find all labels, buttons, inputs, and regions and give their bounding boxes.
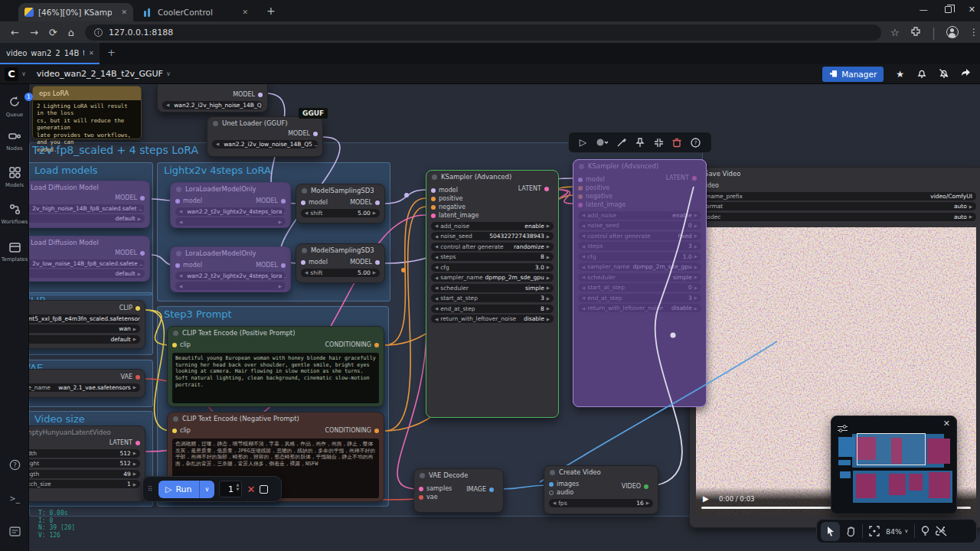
widget-add_noise[interactable]: ◀add_noiseenable▶: [578, 211, 701, 220]
input-positive[interactable]: positive: [426, 194, 558, 203]
widget-decrement-icon[interactable]: ◀: [582, 285, 585, 290]
widget-increment-icon[interactable]: ▶: [694, 306, 697, 311]
execute-node-icon[interactable]: ▷: [580, 137, 586, 148]
widget-increment-icon[interactable]: ▶: [547, 306, 550, 311]
widget-value[interactable]: ◀wan2.2_i2v_low_noise_14B_Q5 ...▶: [212, 140, 318, 148]
widget-increment-icon[interactable]: ▶: [694, 275, 697, 279]
workflow-tab[interactable]: video_wan2_2_14B_t... ✕: [0, 43, 100, 64]
url-text[interactable]: 127.0.0.1:8188: [109, 28, 173, 37]
widget-decrement-icon[interactable]: ◀: [582, 233, 585, 238]
widget-increment-icon[interactable]: ▶: [547, 276, 550, 280]
drag-handle-icon[interactable]: ⠿: [148, 487, 154, 491]
group-title[interactable]: Load models: [34, 165, 98, 176]
tab-close-icon[interactable]: ✕: [121, 8, 127, 16]
widget-increment-icon[interactable]: ▶: [133, 385, 136, 390]
output-model[interactable]: MODEL: [16, 194, 149, 202]
widget-codec[interactable]: ◀codecauto▶: [694, 213, 976, 221]
widget-filename_prefix[interactable]: filename_prefixvideo/ComfyUI: [694, 192, 976, 201]
widget-decrement-icon[interactable]: ◀: [305, 210, 308, 215]
logs-icon[interactable]: [0, 525, 29, 540]
node-header[interactable]: Unet Loader (GGUF): [207, 117, 322, 129]
collapse-dot[interactable]: [550, 470, 555, 475]
widget-decrement-icon[interactable]: ◀: [435, 244, 438, 249]
comfy-sidebar[interactable]: 1 Queue Nodes Models Workflows Templates…: [0, 84, 29, 551]
browser-tab-active[interactable]: [46%][0%] KSamplerA ✕: [18, 3, 133, 21]
widget-decrement-icon[interactable]: ◀: [435, 234, 438, 239]
widget-increment-icon[interactable]: ▶: [133, 482, 136, 487]
widget-increment-icon[interactable]: ▶: [138, 272, 141, 276]
toggle-links-icon[interactable]: [936, 526, 947, 536]
cancel-run-button[interactable]: ✕: [247, 484, 255, 495]
node-create-video[interactable]: Create Video VIDEO images audio ◀fps16▶: [544, 465, 658, 514]
new-workflow-button[interactable]: +: [107, 47, 116, 58]
output-video[interactable]: VIDEO: [617, 482, 653, 491]
widget-increment-icon[interactable]: ▶: [694, 285, 697, 290]
widget-increment-icon[interactable]: ▶: [373, 210, 376, 215]
new-tab-button[interactable]: +: [266, 5, 276, 17]
widget-decrement-icon[interactable]: ◀: [582, 223, 585, 228]
node-clip-text-encode-positive[interactable]: CLIP Text Encode (Positive Prompt) clip …: [167, 326, 384, 407]
widget-increment-icon[interactable]: ▶: [373, 270, 376, 275]
window-close-button[interactable]: ✕: [969, 5, 975, 15]
widget-scheduler[interactable]: ◀schedulersimple▶: [578, 273, 701, 282]
widget-decrement-icon[interactable]: ◀: [435, 265, 438, 269]
widget-add_noise[interactable]: ◀add_noiseenable▶: [431, 222, 554, 230]
widget-noise_seed[interactable]: ◀noise_seed504322727438943▶: [431, 232, 554, 240]
node-ksampler-advanced-1[interactable]: KSampler (Advanced) LATENT model positiv…: [426, 170, 559, 418]
widget-length[interactable]: ◀length49▶: [11, 470, 140, 478]
widget-increment-icon[interactable]: ▶: [694, 233, 697, 238]
group-title[interactable]: Video size: [34, 413, 85, 425]
widget-value[interactable]: ◀2v_high_noise_14B_fp8_scaled.safet ..▶: [21, 204, 145, 213]
collapse-dot[interactable]: [579, 164, 584, 169]
output-model[interactable]: MODEL: [251, 197, 290, 205]
widget-end_at_step[interactable]: ◀end_at_step3▶: [578, 294, 701, 302]
home-button[interactable]: ⌂: [68, 27, 74, 38]
run-button[interactable]: ▷Run ∨: [158, 481, 214, 498]
manager-button[interactable]: Manager: [822, 67, 884, 82]
widget-vae_name[interactable]: ◀vae_namewan_2.1_vae.safetensors▶: [11, 383, 140, 392]
input-vae[interactable]: vae: [414, 493, 503, 501]
workflow-tab-bar[interactable]: video_wan2_2_14B_t... ✕ +: [0, 43, 980, 64]
widget-decrement-icon[interactable]: ◀: [435, 255, 438, 259]
back-button[interactable]: ←: [11, 27, 19, 38]
group-title[interactable]: Lightx2v 4steps LoRA: [164, 165, 271, 176]
node-load-diffusion-model-2[interactable]: Load Diffusion Model MODEL ◀2v_low_noise…: [15, 236, 150, 282]
widget-width[interactable]: ◀width512▶: [11, 449, 140, 458]
site-info-icon[interactable]: i: [94, 28, 103, 37]
bell-icon[interactable]: [916, 68, 926, 80]
workflow-name-dropdown[interactable]: video_wan2_2_14B_t2v_GGUF: [37, 69, 163, 79]
collapse-dot[interactable]: [173, 416, 178, 422]
widget-increment-icon[interactable]: ▶: [133, 461, 136, 466]
output-conditioning[interactable]: CONDITIONING: [321, 341, 384, 349]
widget-increment-icon[interactable]: ▶: [547, 317, 550, 321]
widget-increment-icon[interactable]: ▶: [133, 471, 136, 476]
play-icon[interactable]: ▶: [703, 494, 709, 503]
widget-value[interactable]: ◀default▶: [21, 214, 145, 223]
stepper-arrows-icon[interactable]: ▲▼: [237, 483, 240, 491]
bookmark-star-icon[interactable]: ☆: [890, 27, 900, 38]
node-model-sampling-sd3-2[interactable]: ModelSamplingSD3 model MODEL ◀shift5.00▶: [296, 243, 385, 283]
widget-sampler_name[interactable]: ◀sampler_namedpmpp_2m_sde_gpu▶: [578, 262, 701, 271]
widget-value[interactable]: ◀▶: [175, 217, 286, 226]
collapse-dot[interactable]: [302, 188, 307, 194]
widget-start_at_step[interactable]: ◀start_at_step3▶: [431, 294, 554, 302]
tips-lightbulb-icon[interactable]: [921, 526, 929, 536]
minimap-panel[interactable]: ✕: [831, 416, 957, 514]
collapse-node-icon[interactable]: [654, 138, 664, 148]
widget-batch_size[interactable]: ◀batch_size1▶: [11, 480, 140, 488]
input-latent-image[interactable]: latent_image: [426, 211, 558, 220]
widget-value[interactable]: ◀▶: [175, 282, 286, 290]
widget-decrement-icon[interactable]: ◀: [582, 244, 585, 249]
input-model[interactable]: model: [171, 261, 207, 269]
widget-control-after-generate[interactable]: ◀control after generatefixed▶: [578, 232, 701, 240]
widget-increment-icon[interactable]: ▶: [547, 255, 550, 259]
node-model-sampling-sd3-1[interactable]: ModelSamplingSD3 model MODEL ◀shift5.00▶: [296, 184, 385, 223]
widget-decrement-icon[interactable]: ◀: [582, 306, 585, 311]
widget-increment-icon[interactable]: ▶: [547, 296, 550, 301]
collapse-dot[interactable]: [432, 174, 437, 180]
node-lora-loader-1[interactable]: LoraLoaderModelOnly model MODEL ◀wan2.2_…: [170, 182, 291, 228]
profile-avatar[interactable]: [946, 26, 959, 38]
widget-start_at_step[interactable]: ◀start_at_step0▶: [578, 283, 701, 292]
widget-value[interactable]: ◀wan▶: [11, 324, 140, 333]
widget-sampler_name[interactable]: ◀sampler_namedpmpp_2m_sde_gpu▶: [431, 273, 554, 282]
